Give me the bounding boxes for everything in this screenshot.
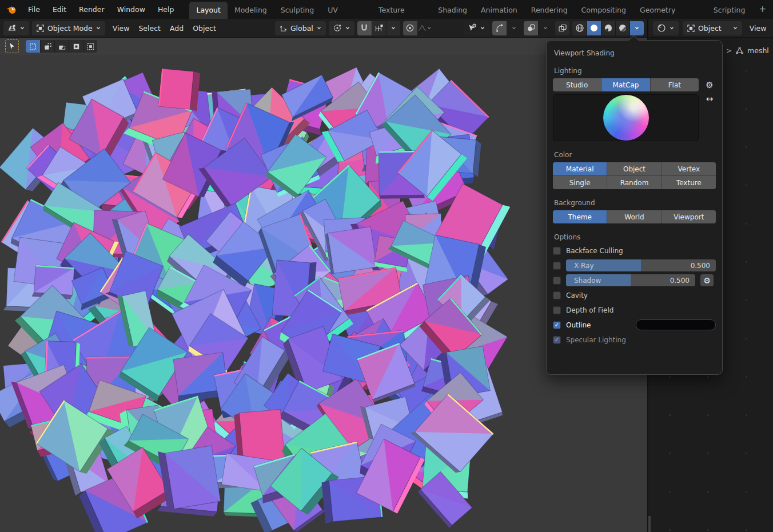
workspace-tab-modeling[interactable]: Modeling <box>228 2 274 19</box>
rendered-sphere-icon <box>618 23 627 33</box>
menu-file[interactable]: File <box>22 0 46 19</box>
lighting-option-studio[interactable]: Studio <box>553 78 601 91</box>
outline-checkbox[interactable]: ✓ <box>553 321 561 329</box>
x-ray-slider[interactable]: X-Ray0.500 <box>566 259 716 271</box>
show-overlays-toggle[interactable] <box>524 21 538 35</box>
cavity-checkbox[interactable] <box>553 291 561 299</box>
snap-target-dropdown[interactable] <box>372 21 386 35</box>
select-mode-intersect[interactable] <box>83 40 97 53</box>
specular-lighting-checkbox[interactable]: ✓ <box>553 336 561 344</box>
matcap-flip-icon[interactable]: ↔ <box>706 95 714 103</box>
shadow-checkbox[interactable] <box>553 277 561 285</box>
toggle-xray-button[interactable] <box>555 21 569 35</box>
select-mode-group <box>26 40 97 53</box>
editor-headers-row: Object Mode ViewSelectAddObject Global <box>0 19 773 38</box>
background-option-theme[interactable]: Theme <box>553 210 607 223</box>
color-option-random[interactable]: Random <box>607 176 661 189</box>
select-cursor-icon <box>8 42 16 50</box>
active-tool-button[interactable] <box>5 39 19 53</box>
region-scroll-nub[interactable] <box>648 516 651 532</box>
snap-options-chevron[interactable] <box>386 21 400 35</box>
snap-toggle[interactable] <box>357 21 372 35</box>
color-option-texture[interactable]: Texture <box>662 176 716 189</box>
content-area: > meshl Viewport Shading Lighting Studio… <box>0 38 773 532</box>
menu-window[interactable]: Window <box>111 0 152 19</box>
workspace-tab-compositing[interactable]: Compositing <box>575 2 633 19</box>
shading-wireframe-button[interactable] <box>572 21 587 35</box>
workspace-tab-uv-editing[interactable]: UV Editing <box>321 2 372 19</box>
viewport-menu-add[interactable]: Add <box>165 19 188 38</box>
color-option-object[interactable]: Object <box>607 162 661 175</box>
matcap-settings-gear-icon[interactable]: ⚙ <box>706 81 713 90</box>
color-option-vertex[interactable]: Vertex <box>662 162 716 175</box>
select-mode-set[interactable] <box>26 40 40 53</box>
x-ray-checkbox[interactable] <box>553 262 561 270</box>
object-mode-dropdown[interactable]: Object Mode <box>32 21 105 35</box>
matcap-sphere[interactable] <box>603 95 649 141</box>
overlays-icon <box>527 23 536 33</box>
outline-color-swatch[interactable] <box>636 319 716 330</box>
lighting-option-flat[interactable]: Flat <box>651 78 699 91</box>
select-mode-extend[interactable] <box>40 40 54 53</box>
menu-help[interactable]: Help <box>152 0 181 19</box>
pivot-point-icon <box>333 23 342 33</box>
proportional-editing-toggle[interactable] <box>403 21 417 35</box>
color-option-material[interactable]: Material <box>553 162 607 175</box>
viewport-menu-view[interactable]: View <box>108 19 134 38</box>
overlays-dropdown[interactable] <box>538 21 552 35</box>
shader-type-dropdown[interactable]: Object <box>683 21 742 35</box>
show-gizmos-toggle[interactable] <box>492 21 507 35</box>
object-type-visibility-dropdown[interactable]: 0 <box>464 21 489 35</box>
blender-logo-icon[interactable] <box>5 3 18 16</box>
background-option-world[interactable]: World <box>607 210 661 223</box>
shadow-settings-gear-icon[interactable]: ⚙ <box>700 274 714 286</box>
viewport-menu-select[interactable]: Select <box>134 19 165 38</box>
select-mode-invert[interactable] <box>69 40 83 53</box>
backface-culling-checkbox[interactable] <box>553 247 561 255</box>
depth-of-field-checkbox[interactable] <box>553 306 561 314</box>
shading-options-dropdown[interactable] <box>629 21 644 35</box>
svg-text:0: 0 <box>473 24 475 27</box>
matcap-preview[interactable] <box>553 94 699 141</box>
workspace-tab-geometry-nodes[interactable]: Geometry Nodes <box>633 2 707 19</box>
background-option-viewport[interactable]: Viewport <box>662 210 716 223</box>
shadow-slider[interactable]: Shadow0.500 <box>566 274 695 286</box>
workspace-tab-sculpting[interactable]: Sculpting <box>274 2 321 19</box>
pivot-point-dropdown[interactable] <box>329 21 354 35</box>
lighting-option-matcap[interactable]: MatCap <box>601 78 650 91</box>
workspace-tab-layout[interactable]: Layout <box>189 2 228 19</box>
magnet-icon <box>360 23 369 33</box>
options-list: Backface CullingX-Ray0.500Shadow0.500⚙Ca… <box>553 245 716 346</box>
breadcrumb-label[interactable]: meshl <box>747 46 769 55</box>
workspace-tab-texture-paint[interactable]: Texture Paint <box>372 2 431 19</box>
specular-lighting-label: Specular Lighting <box>566 336 626 344</box>
breadcrumb-expand-arrow[interactable]: > <box>726 47 732 55</box>
shading-material-preview-button[interactable] <box>601 21 615 35</box>
add-workspace-button[interactable]: + <box>752 0 773 19</box>
shader-editor-type-dropdown[interactable] <box>653 21 679 35</box>
menu-render[interactable]: Render <box>73 0 111 19</box>
transform-orientation-dropdown[interactable]: Global <box>275 21 326 35</box>
workspace-tab-scripting[interactable]: Scripting <box>707 2 752 19</box>
shading-solid-button[interactable] <box>587 21 601 35</box>
shader-editor-view-menu[interactable]: View <box>746 19 770 38</box>
background-segmented: ThemeWorldViewport <box>553 210 716 223</box>
proportional-falloff-dropdown[interactable] <box>417 21 432 35</box>
object-data-icon <box>687 24 695 33</box>
color-option-single[interactable]: Single <box>553 176 607 189</box>
menu-edit[interactable]: Edit <box>46 0 73 19</box>
viewport-menu-object[interactable]: Object <box>188 19 221 38</box>
select-mode-subtract[interactable] <box>54 40 69 53</box>
viewport-shading-popup: Viewport Shading Lighting StudioMatCapFl… <box>546 40 723 375</box>
backface-culling-row: Backface Culling <box>553 245 716 257</box>
workspace-tab-rendering[interactable]: Rendering <box>524 2 575 19</box>
workspace-tab-shading[interactable]: Shading <box>431 2 474 19</box>
overlays-group <box>524 21 552 35</box>
editor-type-dropdown[interactable] <box>3 21 29 35</box>
workspace-tab-animation[interactable]: Animation <box>474 2 524 19</box>
snap-increment-icon <box>374 23 384 33</box>
shading-rendered-button[interactable] <box>615 21 629 35</box>
falloff-curve-icon <box>418 23 427 33</box>
topbar: FileEditRenderWindowHelp LayoutModelingS… <box>0 0 773 19</box>
gizmos-dropdown[interactable] <box>507 21 521 35</box>
